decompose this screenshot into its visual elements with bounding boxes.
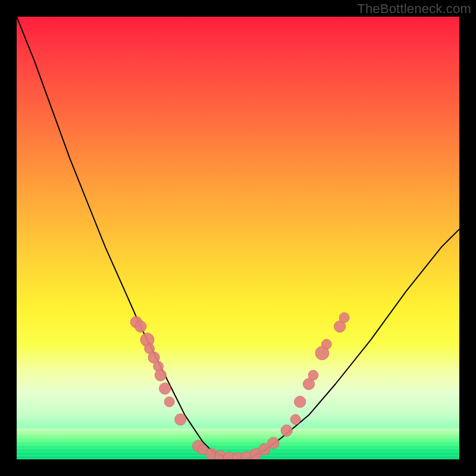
watermark-text: TheBottleneck.com — [357, 1, 471, 17]
frame-border: TheBottleneck.com — [0, 0, 476, 476]
safe-zone-band — [17, 428, 459, 459]
gradient-plot-area — [17, 17, 459, 459]
